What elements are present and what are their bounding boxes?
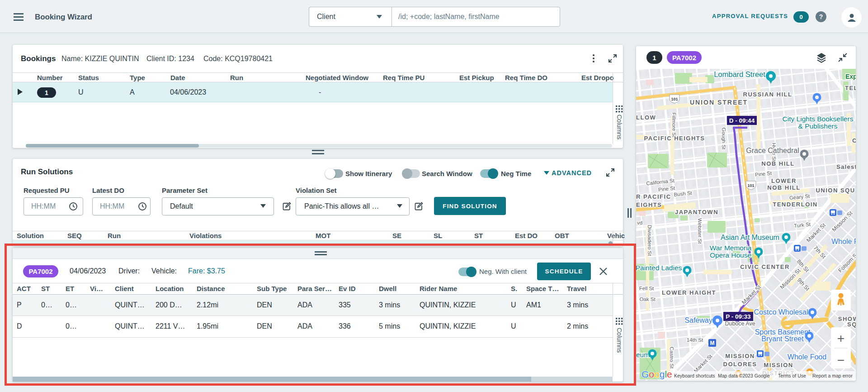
svg-text:14th St: 14th St <box>687 337 703 343</box>
svg-text:Whole Food: Whole Food <box>788 353 826 361</box>
svg-text:Fillmore St: Fillmore St <box>671 113 677 138</box>
svg-text:Opera House: Opera House <box>710 251 751 259</box>
svg-text:SQ: SQ <box>847 321 856 328</box>
svg-text:TELEGRAP: TELEGRAP <box>845 85 856 91</box>
svg-text:War Memoria: War Memoria <box>710 244 752 252</box>
svg-text:LLOW: LLOW <box>636 114 656 121</box>
svg-text:101: 101 <box>747 183 754 188</box>
svg-text:Duboce Ave: Duboce Ave <box>725 320 755 327</box>
svg-text:Map data ©2023 Google: Map data ©2023 Google <box>718 373 770 378</box>
svg-text:UNION SQU: UNION SQU <box>816 187 855 194</box>
svg-text:CIVIC CENTER: CIVIC CENTER <box>740 263 790 270</box>
svg-text:Whole F: Whole F <box>831 238 856 245</box>
svg-text:CHINAT: CHINAT <box>852 137 856 144</box>
svg-text:NOB HILL: NOB HILL <box>761 160 794 167</box>
svg-text:Grace Cathedral: Grace Cathedral <box>746 147 799 154</box>
svg-text:Divisadero St: Divisadero St <box>647 225 652 256</box>
svg-text:Oak St: Oak St <box>639 296 656 302</box>
svg-text:eum: eum <box>636 351 650 359</box>
svg-text:Castro St: Castro St <box>669 347 675 369</box>
svg-text:D - 09:44: D - 09:44 <box>729 117 755 124</box>
svg-text:R PACIFIC: R PACIFIC <box>636 193 671 200</box>
svg-text:RUSSIAN HILL: RUSSIAN HILL <box>743 91 793 98</box>
svg-text:Exp: Exp <box>845 73 856 80</box>
svg-text:P - 09:33: P - 09:33 <box>726 313 751 320</box>
svg-text:UNION STREET: UNION STREET <box>690 99 748 106</box>
svg-text:Bryant Street: Bryant Street <box>761 335 804 343</box>
svg-text:TENDERLOIN: TENDERLOIN <box>773 201 818 208</box>
svg-text:PACIFIC HEIGHTS: PACIFIC HEIGHTS <box>644 135 705 142</box>
svg-text:Keyboard shortcuts: Keyboard shortcuts <box>674 373 715 378</box>
svg-text:Webster St: Webster St <box>697 218 703 244</box>
svg-text:MISSION: MISSION <box>725 353 755 359</box>
svg-text:101: 101 <box>671 97 678 101</box>
svg-text:& Publishers: & Publishers <box>798 122 837 130</box>
svg-text:Painted Ladies: Painted Ladies <box>636 264 682 272</box>
svg-text:MISSION: MISSION <box>764 362 793 368</box>
svg-text:Costco Wholesale: Costco Wholesale <box>754 308 812 316</box>
svg-text:Report a map error: Report a map error <box>812 373 853 378</box>
svg-text:Terms of Use: Terms of Use <box>778 373 806 378</box>
svg-text:LOWER HAIGHT: LOWER HAIGHT <box>662 289 716 296</box>
svg-text:JAPANTOWN: JAPANTOWN <box>675 209 718 215</box>
svg-text:−: − <box>837 353 844 367</box>
svg-text:Lombard Street: Lombard Street <box>714 70 765 78</box>
svg-text:DOLORES: DOLORES <box>723 361 757 368</box>
svg-text:Salesf: Salesf <box>836 163 856 170</box>
svg-text:NOB HILL: NOB HILL <box>767 184 800 191</box>
svg-text:Safeway: Safeway <box>684 316 712 324</box>
svg-text:LOWER: LOWER <box>771 177 797 184</box>
svg-text:+: + <box>837 331 844 345</box>
svg-text:M: M <box>710 340 715 346</box>
svg-text:vd: vd <box>637 220 642 225</box>
svg-text:EIGHTS: EIGHTS <box>636 201 662 208</box>
svg-text:City Lights Booksellers: City Lights Booksellers <box>783 115 854 123</box>
svg-text:Gough St: Gough St <box>721 128 726 150</box>
svg-text:Fell St: Fell St <box>639 286 654 291</box>
svg-text:Asian Art Museum: Asian Art Museum <box>721 234 779 241</box>
svg-text:Google: Google <box>642 369 672 379</box>
